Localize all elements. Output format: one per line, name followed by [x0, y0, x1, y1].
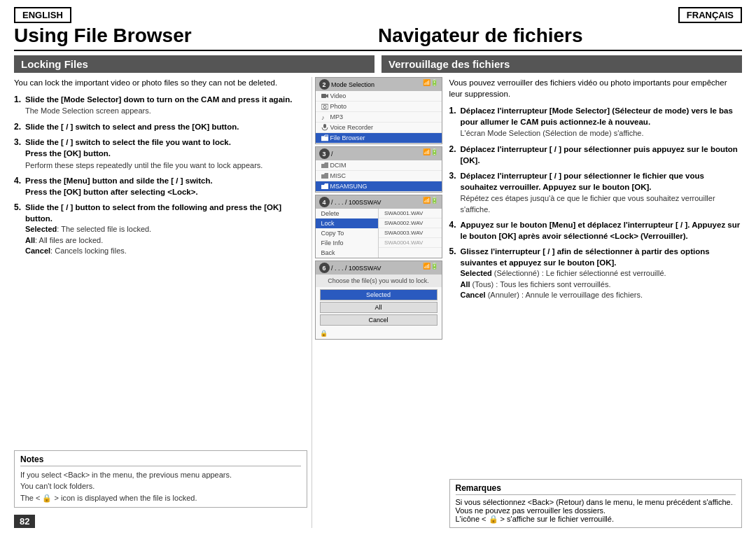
svg-rect-5: [323, 124, 326, 128]
svg-text:♪: ♪: [321, 114, 325, 120]
step-content-fr-2: Déplacez l'interrupteur [ / ] pour sélec…: [461, 144, 743, 166]
menu-lock: Lock: [316, 218, 379, 228]
note-line-1: If you select <Back> in the menu, the pr…: [20, 469, 301, 481]
section-header-en: Locking Files: [14, 55, 374, 73]
ss-body-1: Video Photo ♪ MP3 Voice Recorder: [316, 91, 442, 144]
ss-menu-panel: Delete Lock Copy To File Info Back: [316, 209, 379, 258]
step-num-fr-1: 1.: [449, 105, 461, 139]
step-content-fr-3: Déplacez l'interrupteur [ / ] pour sélec…: [461, 170, 743, 215]
step-content-fr-4: Appuyez sur le bouton [Menu] et déplacez…: [461, 219, 743, 242]
step-en-1: 1. Slide the [Mode Selector] down to tur…: [14, 94, 307, 116]
ss-lock-indicator: 🔒: [316, 328, 442, 339]
step-content-fr-1: Déplacez l'interrupteur [Mode Selector] …: [461, 105, 743, 139]
ss-files-panel: SWA0001.WAV SWA0002.WAV SWA0003.WAV SWA0…: [379, 209, 442, 258]
title-en: Using File Browser: [14, 25, 378, 47]
ss-item-misc: MISC: [316, 171, 442, 181]
ss-item-photo: Photo: [316, 102, 442, 112]
step-num-5: 5.: [14, 202, 25, 256]
step-en-4: 4. Press the [Menu] button and silde the…: [14, 175, 307, 197]
step-sub-3: Perform these steps repeatedly until the…: [25, 160, 307, 171]
intro-fr: Vous pouvez verrouiller des fichiers vid…: [449, 77, 743, 99]
ss-item-mp3: ♪ MP3: [316, 112, 442, 123]
ss-item-filebrowser: File Browser: [316, 133, 442, 144]
ss-top-bar-1: 2 Mode Selection 📶🔋: [316, 78, 442, 91]
ss-body-3: Delete Lock Copy To File Info Back SWA00…: [316, 209, 442, 258]
step-num-fr-2: 2.: [449, 144, 461, 166]
step-en-3: 3. Slide the [ / ] switch to select the …: [14, 137, 307, 171]
step-num-fr-4: 4.: [449, 219, 461, 242]
ss-step-3: 3: [319, 148, 330, 159]
page-number: 82: [14, 515, 35, 528]
ss-btn-all[interactable]: All: [320, 302, 438, 313]
right-content: Vous pouvez verrouiller des fichiers vid…: [445, 77, 743, 528]
step-num-1: 1.: [14, 94, 25, 116]
step-num-3: 3.: [14, 137, 25, 171]
menu-back: Back: [316, 248, 379, 258]
menu-copyto: Copy To: [316, 228, 379, 238]
ss-item-voice: Voice Recorder: [316, 123, 442, 133]
ss-item-msamsung: MSAMSUNG: [316, 181, 442, 192]
svg-rect-0: [321, 94, 326, 98]
step-en-2: 2. Slide the [ / ] switch to select and …: [14, 121, 307, 133]
screenshot-mode-selection: 2 Mode Selection 📶🔋 Video Photo ♪ MP3: [315, 77, 442, 144]
step-sub-item-fr-selected: Selected (Sélectionné) : Le fichier séle…: [461, 268, 743, 279]
remarques-content: Si vous sélectionnez <Back> (Retour) dan…: [456, 498, 736, 524]
step-content-fr-5: Glissez l'interrupteur [ / ] afin de sél…: [461, 246, 743, 300]
note-line-2: You can't lock folders.: [20, 480, 301, 492]
step-sub-item-selected: Selected: The selected file is locked.: [25, 224, 307, 235]
note-line-3: The < 🔒 > icon is displayed when the fil…: [20, 492, 301, 504]
step-content-2: Slide the [ / ] switch to select and pre…: [25, 121, 307, 133]
svg-marker-1: [326, 94, 328, 98]
menu-delete: Delete: [316, 209, 379, 218]
step-fr-4: 4. Appuyez sur le bouton [Menu] et dépla…: [449, 219, 743, 242]
remarque-line-3: L'icône < 🔒 > s'affiche sur le fichier v…: [456, 515, 736, 524]
step-content-3: Slide the [ / ] switch to select the fil…: [25, 137, 307, 171]
notes-title: Notes: [20, 454, 301, 466]
step-sub-item-fr-cancel: Cancel (Annuler) : Annule le verrouillag…: [461, 290, 743, 300]
step-sub-fr-1: L'écran Mode Selection (Sélection de mod…: [461, 128, 743, 139]
section-header-fr: Verrouillage des fichiers: [382, 55, 742, 73]
ss-step-2: 2: [319, 79, 330, 90]
ss-choose-text: Choose the file(s) you would to lock.: [316, 275, 442, 287]
left-content: You can lock the important video or phot…: [14, 77, 312, 528]
step-content-4: Press the [Menu] button and silde the [ …: [25, 175, 307, 197]
remarque-line-2: Vous ne pouvez pas verrouiller les dossi…: [456, 506, 736, 515]
ss-btn-cancel[interactable]: Cancel: [320, 314, 438, 326]
ss-item-dcim: DCIM: [316, 160, 442, 171]
step-fr-3: 3. Déplacez l'interrupteur [ / ] pour sé…: [449, 170, 743, 215]
main-titles: Using File Browser Navigateur de fichier…: [14, 25, 742, 51]
ss-top-bar-3: 4 / . . . / 100SSWAV 📶🔋: [316, 195, 442, 209]
center-screenshots: 2 Mode Selection 📶🔋 Video Photo ♪ MP3: [312, 77, 445, 528]
ss-btn-group: Selected All Cancel: [316, 287, 442, 328]
ss-btn-selected[interactable]: Selected: [320, 289, 438, 300]
ss-file-4: SWA0004.WAV: [379, 238, 442, 248]
lang-tab-fr: FRANÇAIS: [678, 7, 742, 23]
step-fr-1: 1. Déplacez l'interrupteur [Mode Selecto…: [449, 105, 743, 139]
ss-step-4: 4: [319, 197, 330, 207]
step-num-4: 4.: [14, 175, 25, 197]
ss-file-3: SWA0003.WAV: [379, 228, 442, 238]
step-sub-item-fr-all: All (Tous) : Tous les fichiers sont verr…: [461, 279, 743, 290]
step-sub-fr-3: Répétez ces étapes jusqu'à ce que le fic…: [461, 193, 743, 215]
ss-body-2: DCIM MISC MSAMSUNG: [316, 160, 442, 192]
step-fr-5: 5. Glissez l'interrupteur [ / ] afin de …: [449, 246, 743, 300]
notes-content: If you select <Back> in the menu, the pr…: [20, 469, 301, 504]
step-content-1: Slide the [Mode Selector] down to turn o…: [25, 94, 307, 116]
remarques-title: Remarques: [456, 483, 736, 495]
title-fr: Navigateur de fichiers: [378, 25, 742, 47]
steps-fr: 1. Déplacez l'interrupteur [Mode Selecto…: [449, 105, 743, 475]
notes-box: Notes If you select <Back> in the menu, …: [14, 450, 307, 508]
ss-file-2: SWA0002.WAV: [379, 218, 442, 228]
intro-en: You can lock the important video or phot…: [14, 77, 307, 88]
ss-top-bar-2: 3 / 📶🔋: [316, 147, 442, 160]
steps-en: 1. Slide the [Mode Selector] down to tur…: [14, 94, 307, 445]
remarque-line-1: Si vous sélectionnez <Back> (Retour) dan…: [456, 498, 736, 506]
main-content: You can lock the important video or phot…: [14, 77, 742, 528]
ss-file-1: SWA0001.WAV: [379, 209, 442, 218]
remarques-box: Remarques Si vous sélectionnez <Back> (R…: [449, 479, 743, 528]
step-num-fr-5: 5.: [449, 246, 461, 300]
lang-tabs: ENGLISH FRANÇAIS: [14, 7, 742, 23]
step-en-5: 5. Slide the [ / ] button to select from…: [14, 202, 307, 256]
screenshot-lock-options: 6 / . . . / 100SSWAV 📶🔋 Choose the file(…: [315, 260, 442, 340]
menu-fileinfo: File Info: [316, 238, 379, 248]
